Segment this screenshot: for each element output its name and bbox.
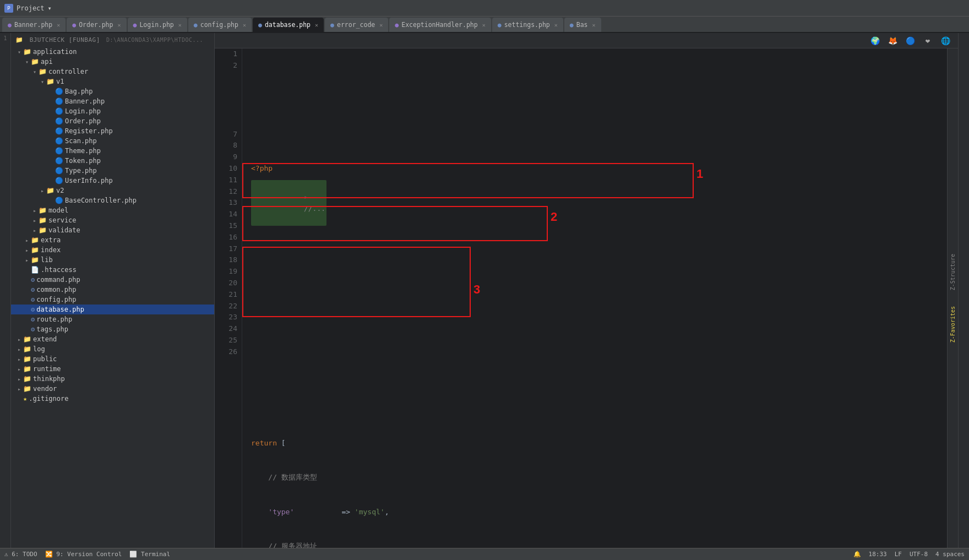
- tree-register[interactable]: 🔵 Register.php: [11, 126, 214, 136]
- tree-label-scan: Scan.php: [65, 137, 97, 145]
- tree-public[interactable]: ▸ 📁 public: [11, 354, 214, 364]
- tree-scan[interactable]: 🔵 Scan.php: [11, 136, 214, 146]
- tab-error-close[interactable]: ✕: [379, 22, 383, 28]
- tab-banner-icon: ●: [8, 21, 12, 29]
- tab-exception-close[interactable]: ✕: [482, 22, 486, 28]
- tree-label-theme: Theme.php: [65, 147, 101, 155]
- tree-lib[interactable]: ▸ 📁 lib: [11, 255, 214, 265]
- code-line-empty5: [251, 369, 958, 380]
- tree-basecontroller[interactable]: 🔵 BaseController.php: [11, 195, 214, 205]
- tree-runtime[interactable]: ▸ 📁 runtime: [11, 364, 214, 374]
- tree-vendor[interactable]: ▸ 📁 vendor: [11, 384, 214, 394]
- tree-application[interactable]: ▾ 📁 application: [11, 47, 214, 57]
- folder-icon: 📁: [31, 236, 39, 244]
- tab-bas[interactable]: ● Bas ✕: [564, 18, 601, 32]
- tree-label-token: Token.php: [65, 157, 101, 165]
- tree-model[interactable]: ▸ 📁 model: [11, 205, 214, 215]
- tree-label-vendor: vendor: [33, 385, 57, 393]
- tree-userinfo[interactable]: 🔵 UserInfo.php: [11, 176, 214, 186]
- star-icon: ★: [23, 395, 27, 403]
- status-indent[interactable]: 4 spaces: [935, 551, 965, 558]
- tab-config-close[interactable]: ✕: [243, 22, 246, 28]
- tree-v2[interactable]: ▸ 📁 v2: [11, 186, 214, 195]
- tree-type[interactable]: 🔵 Type.php: [11, 166, 214, 176]
- status-todo[interactable]: ⚠ 6: TODO: [4, 551, 37, 558]
- config-file-icon: ⚙: [31, 276, 35, 284]
- tree-extend[interactable]: ▸ 📁 extend: [11, 334, 214, 344]
- tab-order[interactable]: ● Order.php ✕: [67, 18, 126, 32]
- status-terminal[interactable]: ⬜ Terminal: [129, 551, 170, 558]
- arrow-10: =>: [341, 507, 350, 518]
- tree-route[interactable]: ⚙ route.php: [11, 314, 214, 324]
- sidebar-root-label: BJUTCheck [FunBag]: [30, 36, 100, 44]
- tree-config-file[interactable]: ⚙ config.php: [11, 295, 214, 305]
- tab-exception[interactable]: ● ExceptionHandler.php ✕: [389, 18, 491, 32]
- z-favorites-tab[interactable]: Z-Favorites: [950, 306, 956, 342]
- tree-validate[interactable]: ▸ 📁 validate: [11, 225, 214, 235]
- tree-controller[interactable]: ▾ 📁 controller: [11, 67, 214, 77]
- z-structure-tab[interactable]: Z-Structure: [950, 254, 956, 290]
- sidebar-root-path: D:\Anaconda3\XAMPP\htdoc...: [106, 37, 203, 43]
- tree-command[interactable]: ⚙ command.php: [11, 275, 214, 285]
- code-line-empty4: [251, 335, 958, 346]
- browser-btn-edge[interactable]: ❤: [922, 35, 934, 47]
- tab-settings-close[interactable]: ✕: [554, 22, 558, 28]
- tree-common[interactable]: ⚙ common.php: [11, 285, 214, 295]
- tab-order-close[interactable]: ✕: [117, 22, 121, 28]
- tree-token[interactable]: 🔵 Token.php: [11, 156, 214, 166]
- chevron-down-icon: ▾: [15, 49, 23, 55]
- tree-bag[interactable]: 🔵 Bag.php: [11, 86, 214, 96]
- tab-order-icon: ●: [72, 21, 76, 29]
- status-version-control[interactable]: 🔀 9: Version Control: [45, 551, 122, 558]
- tree-banner[interactable]: 🔵 Banner.php: [11, 96, 214, 106]
- tree-database-file[interactable]: ⚙ database.php: [11, 305, 214, 314]
- tree-order[interactable]: 🔵 Order.php: [11, 116, 214, 126]
- tab-database-close[interactable]: ✕: [315, 22, 318, 28]
- tab-login-close[interactable]: ✕: [178, 22, 182, 28]
- tab-banner[interactable]: ● Banner.php ✕: [2, 18, 66, 32]
- tree-extra[interactable]: ▸ 📁 extra: [11, 235, 214, 245]
- tree-thinkphp[interactable]: ▸ 📁 thinkphp: [11, 374, 214, 384]
- php-file-icon: 🔵: [55, 197, 63, 204]
- browser-btn-firefox[interactable]: 🦊: [886, 35, 899, 47]
- tab-banner-close[interactable]: ✕: [57, 22, 60, 28]
- chevron-right-icon: ▸: [15, 366, 23, 372]
- collapse-arrow: ▸: [304, 193, 308, 201]
- status-right: 🔔 18:33 LF UTF-8 4 spaces: [853, 551, 965, 558]
- tree-v1[interactable]: ▾ 📁 v1: [11, 77, 214, 86]
- browser-btn-chrome[interactable]: 🔵: [904, 35, 916, 47]
- tree-login[interactable]: 🔵 Login.php: [11, 106, 214, 116]
- tab-error-code[interactable]: ● error_code ✕: [325, 18, 388, 32]
- tree-gitignore[interactable]: ★ .gitignore: [11, 394, 214, 404]
- tree-label-common: common.php: [36, 286, 76, 293]
- tab-settings[interactable]: ● settings.php ✕: [492, 18, 563, 32]
- chevron-down-icon: ▾: [39, 79, 46, 85]
- config-file-icon: ⚙: [31, 316, 35, 323]
- chevron-right-icon: ▸: [31, 227, 39, 233]
- tree-index[interactable]: ▸ 📁 index: [11, 245, 214, 255]
- tree-log[interactable]: ▸ 📁 log: [11, 344, 214, 354]
- collapsed-block[interactable]: ▸ //...: [251, 180, 326, 226]
- code-editor[interactable]: 1 2 7 8 9 10 11 12 13 14 15 16 17 18 19: [215, 48, 958, 548]
- config-file-icon: ⚙: [31, 296, 35, 303]
- tab-exception-icon: ●: [395, 21, 399, 29]
- tree-tags[interactable]: ⚙ tags.php: [11, 324, 214, 334]
- tab-database[interactable]: ● database.php ✕: [253, 18, 324, 32]
- status-encoding[interactable]: UTF-8: [910, 551, 928, 558]
- tree-htaccess[interactable]: 📄 .htaccess: [11, 265, 214, 275]
- browser-btn-globe[interactable]: 🌍: [869, 35, 881, 47]
- tree-service[interactable]: ▸ 📁 service: [11, 215, 214, 225]
- tab-bas-close[interactable]: ✕: [592, 22, 596, 28]
- tab-error-icon: ●: [330, 21, 334, 29]
- folder-icon: 📁: [23, 385, 31, 393]
- status-line-ending[interactable]: LF: [895, 551, 902, 558]
- folder-icon: 📁: [31, 256, 39, 264]
- status-time: 18:33: [869, 551, 887, 558]
- browser-btn-ie[interactable]: 🌐: [939, 35, 951, 47]
- tab-config[interactable]: ● config.php ✕: [188, 18, 252, 32]
- tree-label-userinfo: UserInfo.php: [65, 177, 113, 184]
- tab-login[interactable]: ● Login.php ✕: [128, 18, 187, 32]
- tree-theme[interactable]: 🔵 Theme.php: [11, 146, 214, 156]
- code-line-empty2: [251, 266, 958, 278]
- tree-api[interactable]: ▾ 📁 api: [11, 57, 214, 67]
